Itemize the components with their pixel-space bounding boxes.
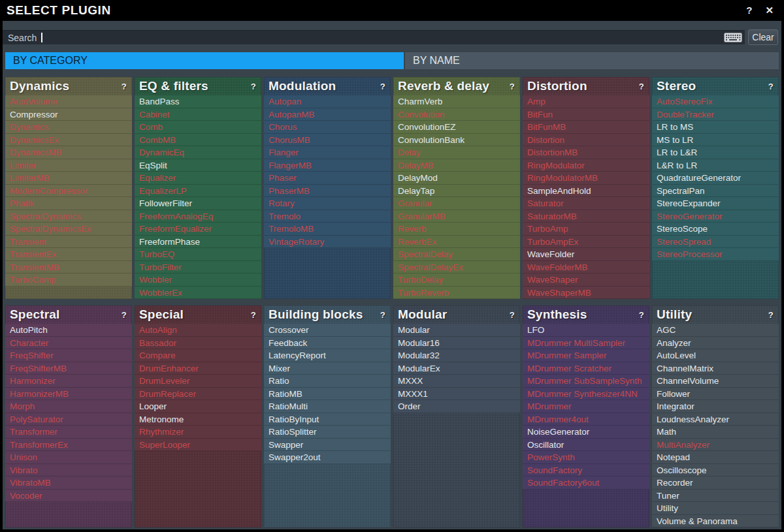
plugin-bassador[interactable]: Bassador: [135, 337, 261, 350]
plugin-tremolo[interactable]: Tremolo: [264, 210, 391, 223]
plugin-transient[interactable]: Transient: [5, 236, 132, 249]
plugin-convolution[interactable]: Convolution: [393, 108, 520, 121]
plugin-rotary[interactable]: Rotary: [264, 197, 391, 210]
plugin-freeformanalogeq[interactable]: FreeformAnalogEq: [135, 210, 261, 223]
plugin-loudnessanalyzer[interactable]: LoudnessAnalyzer: [652, 413, 779, 426]
plugin-oscillator[interactable]: Oscillator: [523, 439, 649, 452]
plugin-drumleveler[interactable]: DrumLeveler: [135, 375, 261, 388]
plugin-vibrato[interactable]: Vibrato: [5, 464, 132, 477]
plugin-reverb[interactable]: Reverb: [393, 223, 520, 236]
plugin-freeformequalizer[interactable]: FreeformEqualizer: [135, 223, 261, 236]
plugin-phaser[interactable]: Phaser: [264, 172, 391, 185]
tab-by-category[interactable]: BY CATEGORY: [5, 52, 404, 69]
plugin-vocoder[interactable]: Vocoder: [5, 490, 132, 503]
plugin-turboreverb[interactable]: TurboReverb: [393, 287, 520, 300]
plugin-modular32[interactable]: Modular32: [393, 349, 520, 362]
plugin-autopanmb[interactable]: AutopanMB: [264, 108, 391, 121]
plugin-turboampex[interactable]: TurboAmpEx: [523, 236, 649, 249]
category-help-icon[interactable]: ?: [639, 310, 644, 320]
plugin-autostereofix[interactable]: AutoStereoFix: [652, 95, 779, 108]
plugin-bitfunmb[interactable]: BitFunMB: [523, 121, 649, 134]
plugin-autolevel[interactable]: AutoLevel: [652, 349, 779, 362]
plugin-stereoprocessor[interactable]: StereoProcessor: [652, 248, 779, 261]
plugin-granular[interactable]: Granular: [393, 197, 520, 210]
plugin-metronome[interactable]: Metronome: [135, 413, 261, 426]
plugin-channelmatrix[interactable]: ChannelMatrix: [652, 362, 779, 375]
help-icon[interactable]: ?: [746, 5, 752, 16]
plugin-autovolume[interactable]: AutoVolume: [5, 95, 132, 108]
plugin-limitermb[interactable]: LimiterMB: [5, 172, 132, 185]
keyboard-icon[interactable]: [724, 33, 742, 42]
category-help-icon[interactable]: ?: [122, 82, 127, 91]
plugin-volume-panorama[interactable]: Volume & Panorama: [652, 515, 779, 528]
plugin-tuner[interactable]: Tuner: [652, 490, 779, 503]
plugin-transientmb[interactable]: TransientMB: [5, 261, 132, 274]
plugin-compare[interactable]: Compare: [135, 349, 261, 362]
plugin-stereoexpander[interactable]: StereoExpander: [652, 197, 779, 210]
plugin-notepad[interactable]: Notepad: [652, 451, 779, 464]
plugin-chorus[interactable]: Chorus: [264, 121, 391, 134]
plugin-reverbex[interactable]: ReverbEx: [393, 236, 520, 249]
plugin-mdrummer-synthesizer4nn[interactable]: MDrummer Synthesizer4NN: [523, 388, 649, 401]
plugin-waveshaper[interactable]: WaveShaper: [523, 274, 649, 287]
plugin-looper[interactable]: Looper: [135, 400, 261, 413]
plugin-autopan[interactable]: Autopan: [264, 95, 391, 108]
plugin-ratiomulti[interactable]: RatioMulti: [264, 400, 391, 413]
plugin-ratiomb[interactable]: RatioMB: [264, 388, 391, 401]
plugin-moderncompressor[interactable]: ModernCompressor: [5, 185, 132, 198]
plugin-spectraldynamicsex[interactable]: SpectralDynamicsEx: [5, 223, 132, 236]
plugin-channelvolume[interactable]: ChannelVolume: [652, 375, 779, 388]
plugin-delay[interactable]: Delay: [393, 146, 520, 159]
plugin-mdrummer-sampler[interactable]: MDrummer Sampler: [523, 349, 649, 362]
clear-button[interactable]: Clear: [748, 29, 778, 45]
plugin-mxxx1[interactable]: MXXX1: [393, 388, 520, 401]
plugin-modularex[interactable]: ModularEx: [393, 362, 520, 375]
plugin-math[interactable]: Math: [652, 426, 779, 439]
plugin-mdrummer-scratcher[interactable]: MDrummer Scratcher: [523, 362, 649, 375]
plugin-stereospread[interactable]: StereoSpread: [652, 236, 779, 249]
plugin-freeformphase[interactable]: FreeformPhase: [135, 236, 261, 249]
plugin-character[interactable]: Character: [5, 337, 132, 350]
plugin-agc[interactable]: AGC: [652, 324, 779, 337]
plugin-autoalign[interactable]: AutoAlign: [135, 324, 261, 337]
plugin-mdrummer4out[interactable]: MDrummer4out: [523, 413, 649, 426]
plugin-transientex[interactable]: TransientEx: [5, 248, 132, 261]
plugin-noisegenerator[interactable]: NoiseGenerator: [523, 426, 649, 439]
plugin-cabinet[interactable]: Cabinet: [135, 108, 261, 121]
plugin-turbofilter[interactable]: TurboFilter: [135, 261, 261, 274]
plugin-delaymod[interactable]: DelayMod: [393, 172, 520, 185]
plugin-sampleandhold[interactable]: SampleAndHold: [523, 185, 649, 198]
plugin-waveshapermb[interactable]: WaveShaperMB: [523, 287, 649, 300]
plugin-phatik[interactable]: Phatik: [5, 197, 132, 210]
plugin-vibratomb[interactable]: VibratoMB: [5, 477, 132, 490]
plugin-swapper2out[interactable]: Swapper2out: [264, 451, 391, 464]
plugin-phasermb[interactable]: PhaserMB: [264, 185, 391, 198]
category-help-icon[interactable]: ?: [510, 82, 515, 91]
plugin-dynamiceq[interactable]: DynamicEq: [135, 146, 261, 159]
plugin-powersynth[interactable]: PowerSynth: [523, 451, 649, 464]
plugin-mdrummer-subsamplesynth[interactable]: MDrummer SubSampleSynth: [523, 375, 649, 388]
plugin-saturator[interactable]: Saturator: [523, 197, 649, 210]
plugin-saturatormb[interactable]: SaturatorMB: [523, 210, 649, 223]
plugin-flangermb[interactable]: FlangerMB: [264, 159, 391, 172]
plugin-mdrummer-multisampler[interactable]: MDrummer MultiSampler: [523, 337, 649, 350]
category-help-icon[interactable]: ?: [380, 82, 385, 91]
category-help-icon[interactable]: ?: [768, 82, 774, 91]
plugin-utility[interactable]: Utility: [652, 502, 779, 515]
category-help-icon[interactable]: ?: [768, 310, 774, 320]
plugin-mxxx[interactable]: MXXX: [393, 375, 520, 388]
plugin-equalizerlp[interactable]: EqualizerLP: [135, 185, 261, 198]
category-help-icon[interactable]: ?: [251, 310, 256, 320]
plugin-swapper[interactable]: Swapper: [264, 439, 391, 452]
plugin-modular[interactable]: Modular: [393, 324, 520, 337]
plugin-multianalyzer[interactable]: MultiAnalyzer: [652, 439, 779, 452]
plugin-stereogenerator[interactable]: StereoGenerator: [652, 210, 779, 223]
plugin-bandpass[interactable]: BandPass: [135, 95, 261, 108]
plugin-convolutionez[interactable]: ConvolutionEZ: [393, 121, 520, 134]
plugin-transformerex[interactable]: TransformerEx: [5, 439, 132, 452]
plugin-dynamics[interactable]: Dynamics: [5, 121, 132, 134]
plugin-bitfun[interactable]: BitFun: [523, 108, 649, 121]
plugin-distortionmb[interactable]: DistortionMB: [523, 146, 649, 159]
plugin-wavefoldermb[interactable]: WaveFolderMB: [523, 261, 649, 274]
plugin-charmverb[interactable]: CharmVerb: [393, 95, 520, 108]
